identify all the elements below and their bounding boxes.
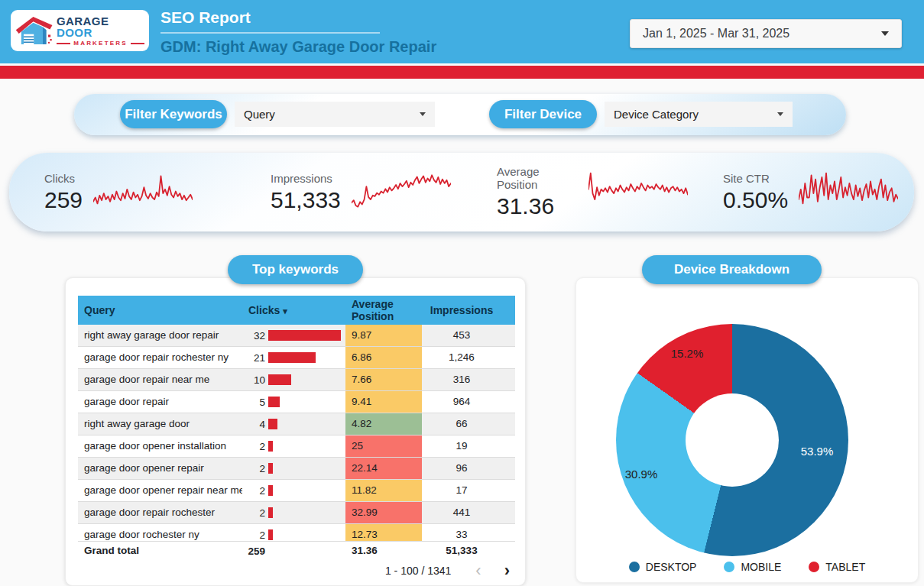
logo-word-door: DOOR xyxy=(57,26,92,39)
clicks-value: 2 xyxy=(242,507,265,519)
row-impressions: 964 xyxy=(422,391,515,413)
device-breakdown-title: Device Breakdown xyxy=(642,255,822,284)
row-avg-position: 32.99 xyxy=(345,502,422,523)
dropdown-caret-icon xyxy=(881,31,889,36)
pie-slice-label-mobile: 30.9% xyxy=(625,468,658,481)
legend-item-desktop[interactable]: DESKTOP xyxy=(629,561,697,573)
device-category-label: Device Category xyxy=(614,108,699,121)
grand-total-row: Grand total 259 31.36 51,333 xyxy=(78,541,515,560)
legend-item-tablet[interactable]: TABLET xyxy=(809,561,865,573)
row-avg-position: 6.86 xyxy=(345,347,422,368)
filter-device-button[interactable]: Filter Device xyxy=(489,100,597,128)
row-impressions: 1,246 xyxy=(422,347,515,368)
row-query: garage door repair xyxy=(78,391,242,413)
site-ctr-sparkline-chart xyxy=(799,169,898,213)
filter-bar: Filter Keywords Query Filter Device Devi… xyxy=(74,94,846,135)
clicks-value: 4 xyxy=(242,419,265,430)
row-clicks: 5 xyxy=(242,391,345,413)
metric-label: Clicks xyxy=(44,172,83,185)
dropdown-caret-icon xyxy=(420,112,426,116)
scorecard-text: Site CTR0.50% xyxy=(723,172,788,213)
scorecard-impressions: Impressions51,333 xyxy=(235,169,462,216)
table-row[interactable]: right away garage door repair329.87453 xyxy=(78,325,515,347)
row-impressions: 453 xyxy=(422,325,515,346)
table-header-row: Query Clicks▾ Average Position Impressio… xyxy=(78,296,515,325)
sort-desc-icon: ▾ xyxy=(283,306,287,316)
logo-text: GARAGE DOOR MARKETERS xyxy=(57,15,144,47)
table-row[interactable]: garage door opener repair222.1496 xyxy=(78,458,515,480)
row-clicks: 21 xyxy=(242,347,345,368)
table-row[interactable]: right away garage door44.8266 xyxy=(78,413,515,435)
device-category-dropdown[interactable]: Device Category xyxy=(605,102,793,127)
scorecard-text: Clicks259 xyxy=(44,172,83,213)
logo-dash-right xyxy=(131,43,144,44)
grand-total-impressions: 51,333 xyxy=(422,540,515,562)
row-query: garage door opener repair near me xyxy=(78,480,242,501)
row-query: garage door repair rochester ny xyxy=(78,347,242,368)
row-clicks: 32 xyxy=(242,325,345,346)
scorecard-site-ctr: Site CTR0.50% xyxy=(688,169,914,216)
pie-slice-label-tablet: 15.2% xyxy=(671,347,704,360)
metric-value: 31.36 xyxy=(497,193,578,219)
clicks-value: 10 xyxy=(242,374,265,386)
pagination-prev-icon[interactable]: ‹ xyxy=(475,562,481,579)
row-avg-position: 9.41 xyxy=(345,391,422,413)
garage-door-logo-icon xyxy=(15,13,53,48)
device-breakdown-card: 53.9%30.9%15.2% DESKTOPMOBILETABLET xyxy=(575,277,919,583)
average-position-sparkline-chart xyxy=(588,169,688,213)
column-header-avg-position[interactable]: Average Position xyxy=(345,298,422,322)
legend-dot-icon xyxy=(809,562,819,572)
table-row[interactable]: garage door repair59.41964 xyxy=(78,391,515,413)
clicks-value: 2 xyxy=(242,529,265,541)
row-impressions: 441 xyxy=(422,502,515,523)
legend-label: DESKTOP xyxy=(646,561,697,573)
table-row[interactable]: garage door repair rochester ny216.861,2… xyxy=(78,347,515,369)
table-row[interactable]: garage door opener repair near me211.821… xyxy=(78,480,515,502)
metric-value: 0.50% xyxy=(723,187,788,213)
legend-item-mobile[interactable]: MOBILE xyxy=(724,561,781,573)
column-header-query[interactable]: Query xyxy=(78,304,242,316)
row-impressions: 17 xyxy=(422,480,515,501)
row-avg-position: 7.66 xyxy=(345,369,422,390)
date-range-picker[interactable]: Jan 1, 2025 - Mar 31, 2025 xyxy=(630,19,902,48)
device-breakdown-donut[interactable]: 53.9%30.9%15.2% xyxy=(616,324,848,556)
report-title: SEO Report xyxy=(160,8,436,27)
column-header-clicks[interactable]: Clicks▾ xyxy=(242,304,345,316)
row-clicks: 2 xyxy=(242,458,345,479)
pagination-next-icon[interactable]: › xyxy=(504,562,510,579)
clicks-bar xyxy=(268,529,273,540)
legend-dot-icon xyxy=(724,562,734,572)
clicks-bar xyxy=(268,485,273,496)
clicks-bar xyxy=(268,352,316,363)
row-query: right away garage door xyxy=(78,413,242,435)
clicks-sparkline-chart xyxy=(93,169,193,213)
grand-total-label: Grand total xyxy=(78,540,242,562)
app-header: GARAGE DOOR MARKETERS SEO Report GDM: Ri… xyxy=(0,0,924,63)
filter-keywords-button[interactable]: Filter Keywords xyxy=(120,100,227,128)
clicks-bar xyxy=(268,507,273,518)
scorecard-clicks: Clicks259 xyxy=(9,169,235,216)
table-row[interactable]: garage door repair rochester232.99441 xyxy=(78,502,515,524)
query-filter-dropdown[interactable]: Query xyxy=(235,102,435,127)
donut-hole xyxy=(686,393,779,487)
table-row[interactable]: garage door repair near me107.66316 xyxy=(78,369,515,391)
table-row[interactable]: garage door opener installation22519 xyxy=(78,435,515,458)
query-filter-label: Query xyxy=(244,108,275,121)
chart-legend: DESKTOPMOBILETABLET xyxy=(576,561,918,573)
column-header-impressions[interactable]: Impressions xyxy=(422,304,515,316)
legend-label: MOBILE xyxy=(741,561,781,573)
clicks-value: 2 xyxy=(242,463,265,474)
row-impressions: 19 xyxy=(422,435,515,457)
metric-label: Site CTR xyxy=(723,172,788,185)
table-row[interactable]: garage door rochester ny212.7333 xyxy=(78,524,515,541)
table-rows: right away garage door repair329.87453ga… xyxy=(78,325,515,541)
clicks-value: 5 xyxy=(242,397,265,408)
metric-value: 259 xyxy=(44,187,83,213)
row-impressions: 316 xyxy=(422,369,515,390)
row-avg-position: 12.73 xyxy=(345,524,422,541)
report-subtitle: GDM: Right Away Garage Door Repair xyxy=(160,38,436,56)
clicks-bar xyxy=(268,463,273,474)
clicks-value: 32 xyxy=(242,330,265,342)
scorecard-text: Impressions51,333 xyxy=(271,172,341,213)
row-query: garage door repair rochester xyxy=(78,502,242,523)
